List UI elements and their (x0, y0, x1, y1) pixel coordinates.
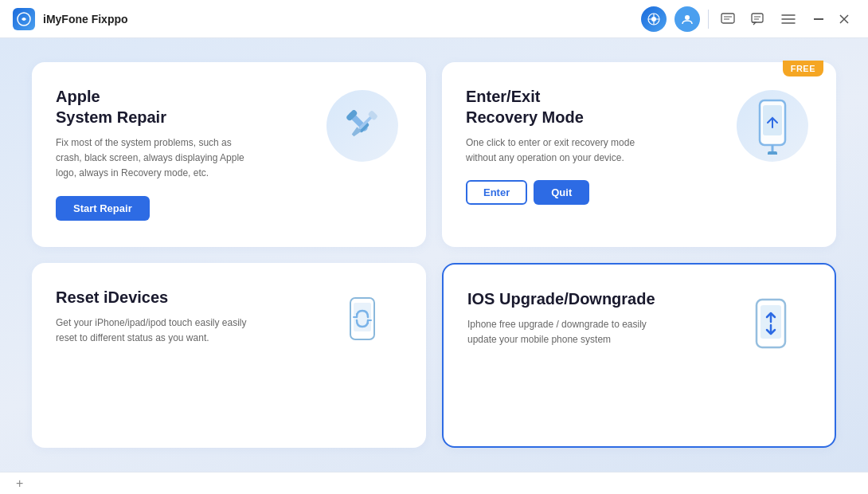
enter-exit-recovery-card[interactable]: FREE Enter/ExitRecovery Mode One click t… (442, 62, 836, 247)
card-content-upgrade: IOS Upgrade/Downgrade Iphone free upgrad… (467, 288, 731, 362)
title-bar-left: iMyFone Fixppo (13, 8, 128, 30)
card-content-recovery: Enter/ExitRecovery Mode One click to ent… (466, 86, 733, 205)
status-bar: + (0, 472, 868, 494)
ios-upgrade-downgrade-card[interactable]: IOS Upgrade/Downgrade Iphone free upgrad… (442, 263, 836, 448)
message-icon[interactable] (717, 8, 739, 30)
svg-rect-6 (814, 18, 823, 20)
card-title-repair: AppleSystem Repair (56, 86, 323, 127)
title-bar-right (641, 6, 855, 32)
main-content: AppleSystem Repair Fix most of the syste… (0, 38, 868, 472)
phone-arrows-icon-wrap (747, 296, 795, 360)
plus-button[interactable]: + (16, 476, 23, 491)
card-title-recovery: Enter/ExitRecovery Mode (466, 86, 733, 127)
start-repair-button[interactable]: Start Repair (56, 196, 150, 221)
title-bar: iMyFone Fixppo (0, 0, 868, 38)
phone-cable-icon-bg (737, 90, 808, 162)
phone-refresh-icon (323, 287, 402, 367)
window-controls (807, 8, 855, 30)
quit-button[interactable]: Quit (534, 180, 589, 205)
chat-icon[interactable] (747, 8, 769, 30)
phone-arrows-icon (731, 288, 811, 368)
close-button[interactable] (833, 8, 855, 30)
reset-idevices-card[interactable]: Reset iDevices Get your iPhone/ipad/ipod… (32, 263, 426, 448)
tools-icon (323, 86, 402, 166)
phone-refresh-icon-wrap (334, 295, 390, 359)
phone-cable-icon (733, 86, 812, 166)
enter-button[interactable]: Enter (466, 180, 527, 205)
card-desc-upgrade: Iphone free upgrade / downgrade to easil… (467, 317, 659, 347)
svg-rect-4 (721, 14, 734, 23)
card-title-upgrade: IOS Upgrade/Downgrade (467, 288, 731, 309)
minimize-button[interactable] (807, 8, 830, 30)
card-desc-repair: Fix most of the system problems, such as… (56, 135, 247, 182)
card-content-repair: AppleSystem Repair Fix most of the syste… (56, 86, 323, 221)
card-desc-reset: Get your iPhone/ipad/ipod touch easily e… (56, 316, 247, 346)
tools-icon-bg (326, 90, 398, 162)
free-badge: FREE (783, 61, 823, 76)
card-desc-recovery: One click to enter or exit recovery mode… (466, 135, 657, 166)
svg-point-3 (685, 15, 690, 20)
svg-point-2 (651, 17, 656, 22)
card-title-reset: Reset iDevices (56, 287, 323, 308)
music-icon[interactable] (641, 6, 667, 32)
app-title: iMyFone Fixppo (43, 13, 128, 25)
header-divider (708, 10, 709, 29)
svg-rect-16 (768, 151, 777, 155)
apple-system-repair-card[interactable]: AppleSystem Repair Fix most of the syste… (32, 62, 426, 247)
card-buttons-recovery: Enter Quit (466, 180, 733, 205)
profile-icon[interactable] (674, 6, 700, 32)
app-icon (13, 8, 35, 30)
svg-rect-5 (752, 14, 763, 22)
card-content-reset: Reset iDevices Get your iPhone/ipad/ipod… (56, 287, 323, 360)
menu-icon[interactable] (777, 8, 800, 30)
